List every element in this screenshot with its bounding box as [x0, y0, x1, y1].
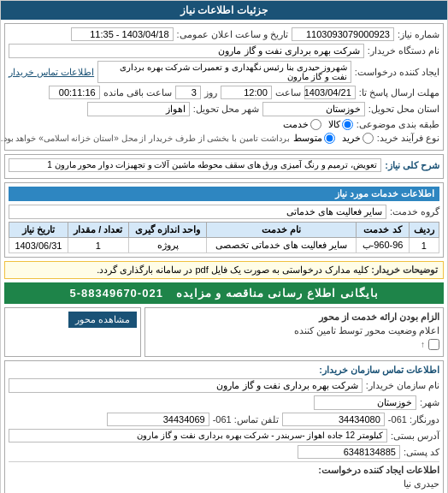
tender-number-row: شماره نیاز: 1103093079000923 تاریخ و ساع… [9, 27, 439, 41]
requester-full-label: ایجاد کننده درخواست: [355, 67, 439, 78]
requester-value: شرکت بهره برداری نفت و گاز مارون [9, 44, 364, 58]
contact-address-value: کیلومتر 12 جاده اهواز -سربندر - شرکت بهر… [9, 429, 387, 443]
requester-full-row: ایجاد کننده درخواست: شهروز حیدری بنا رئی… [9, 61, 439, 83]
supply-form: الزام بودن ارائه خدمت از محور اعلام وضعی… [144, 307, 444, 357]
view-supply-section: مشاهده محور [4, 307, 141, 357]
bottom-section: الزام بودن ارائه خدمت از محور اعلام وضعی… [4, 307, 444, 357]
type-option-khadamat-label: خدمت [283, 119, 309, 130]
type-radio-group: کالا خدمت [283, 119, 353, 130]
contact-address-label: آدرس بستی: [391, 431, 439, 442]
send-hours-value: 00:11:16 [49, 86, 100, 99]
send-date-value: 1403/04/21 [304, 86, 356, 99]
send-date-row: مهلت ارسال پاسخ تا: 1403/04/21 ساعت 12:0… [9, 86, 439, 99]
phone-number: 021-88349670-5 [69, 287, 162, 300]
tender-number-value: 1103093079000923 [292, 27, 394, 41]
cell-row: 1 [409, 238, 439, 253]
province-label: استان محل تحویل: [368, 104, 439, 115]
type-option-kala[interactable]: کالا [328, 119, 353, 130]
send-date-label: مهلت ارسال پاسخ تا: [359, 87, 439, 98]
send-time-label: ساعت [275, 87, 301, 98]
contact-divider [9, 461, 439, 462]
type-row: طبقه بندی موضوعی: کالا خدمت [9, 119, 439, 130]
cell-unit: پروژه [128, 238, 206, 253]
group-value: سایر فعالیت های خدماتی [9, 205, 386, 219]
type-option-kala-label: کالا [328, 119, 340, 130]
contact-requester-row: اطلاعات ایجاد کننده درخواست: [9, 465, 439, 476]
type-label: طبقه بندی موضوعی: [357, 119, 439, 130]
contact-city-label: شهر: [420, 397, 439, 408]
contact-address-row: آدرس بستی: کیلومتر 12 جاده اهواز -سربندر… [9, 429, 439, 443]
requester-full-value: شهروز حیدری بنا رئیس نگهداری و تعمیرات ش… [97, 61, 351, 83]
page-header: جزئیات اطلاعات نیاز [1, 1, 447, 20]
contact-tel-value: 34434069 [107, 413, 209, 426]
cell-name: سایر فعالیت های خدماتی تخصصی [207, 238, 357, 253]
send-time-value: 12:00 [221, 86, 272, 99]
purchase-type-label: نوع فرآیند خرید: [377, 133, 439, 144]
col-qty: تعداد / مقدار [68, 223, 128, 238]
purchase-option-khrid-label: خرید [342, 133, 361, 144]
note-bar: توضیحات خریدار: کلیه مدارک درخواستی به ص… [4, 261, 444, 279]
subject-row: شرح کلی نیاز: تعویض، ترمیم و رنگ آمیزی و… [9, 158, 439, 172]
supply-checkbox-row: ↑ [149, 339, 439, 350]
group-label: گروه خدمت: [390, 206, 439, 217]
note-label: توضیحات خریدار: [371, 264, 438, 275]
requester-row: نام دستگاه خریدار: شرکت بهره برداری نفت … [9, 44, 439, 58]
type-radio-khadamat[interactable] [310, 119, 321, 130]
purchase-radio-motawaset[interactable] [324, 133, 335, 144]
services-section: اطلاعات خدمات مورد نیاز گروه خدمت: سایر … [4, 182, 444, 258]
supply-title: الزام بودن ارائه خدمت از محور [319, 312, 439, 323]
view-supply-button[interactable]: مشاهده محور [68, 312, 137, 328]
contact-postal-label: دورنگار: 061- [388, 414, 439, 425]
main-container: جزئیات اطلاعات نیاز شماره نیاز: 11030930… [0, 0, 448, 493]
subject-section: شرح کلی نیاز: تعویض، ترمیم و رنگ آمیزی و… [4, 154, 444, 179]
send-days-label: روز [204, 87, 217, 98]
purchase-type-radio-group: خرید متوسط [293, 133, 374, 144]
contact-title: اطلاعات تماس سازمان خریدار: [9, 365, 439, 376]
contact-info-link[interactable]: اطلاعات تماس خریدار [9, 67, 94, 78]
contact-fax-row: کد پستی: 6348134885 [9, 445, 439, 459]
contact-company-row: نام سازمان خریدار: شرکت بهره برداری نفت … [9, 378, 439, 393]
contact-company-value: شرکت بهره برداری نفت و گاز مارون [9, 378, 363, 393]
tender-number-label: شماره نیاز: [398, 29, 439, 40]
requester-label: نام دستگاه خریدار: [368, 45, 439, 56]
purchase-option-motawaset-label: متوسط [293, 133, 322, 144]
contact-fax-value: 6348134885 [298, 445, 400, 459]
send-days-value: 3 [175, 86, 201, 99]
col-name: نام خدمت [207, 223, 357, 238]
city-value: اهواز [87, 102, 190, 116]
green-bar: بایگانی اطلاع رسانی مناقصه و مزایده 021-… [4, 282, 444, 304]
contact-city-value: خوزستان [314, 395, 416, 410]
contact-city-row: شهر: خوزستان [9, 395, 439, 410]
contact-requester-name: حیدری نیا [404, 478, 439, 490]
purchase-note: برداشت تامین با بخشی از طرف خریدار از مح… [1, 134, 290, 143]
supply-checkbox-label: ↑ [421, 340, 425, 349]
type-radio-kala[interactable] [342, 119, 353, 130]
group-row: گروه خدمت: سایر فعالیت های خدماتی [9, 205, 439, 219]
send-hours-label: ساعت باقی مانده [103, 87, 172, 98]
purchase-option-motawaset[interactable]: متوسط [293, 133, 335, 144]
contact-postal-row: دورنگار: 061- 34434080 تلفن تماس: 061- 3… [9, 413, 439, 426]
cell-quantity: 1 [68, 238, 128, 253]
supply-checkbox[interactable] [428, 339, 439, 350]
supply-title-row: الزام بودن ارائه خدمت از محور [149, 312, 439, 323]
contact-tel-label: تلفن تماس: 061- [213, 414, 279, 425]
cell-code: 960-96-ب [357, 238, 409, 253]
col-code: کد خدمت [357, 223, 409, 238]
page-title: جزئیات اطلاعات نیاز [180, 4, 268, 16]
col-row: ردیف [409, 223, 439, 238]
subject-section-title: شرح کلی نیاز: [385, 160, 439, 171]
top-info-section: شماره نیاز: 1103093079000923 تاریخ و ساع… [4, 23, 444, 151]
supply-label-row: اعلام وضعیت محور توسط تامین کننده [149, 325, 439, 336]
supply-label: اعلام وضعیت محور توسط تامین کننده [294, 325, 439, 336]
tender-date-value: 1403/04/18 - 11:35 [71, 27, 174, 41]
type-option-khadamat[interactable]: خدمت [283, 119, 321, 130]
note-value: کلیه مدارک درخواستی به صورت یک فایل pdf … [97, 264, 368, 275]
table-row: 1960-96-بسایر فعالیت های خدماتی تخصصیپرو… [9, 238, 439, 253]
purchase-option-khrid[interactable]: خرید [342, 133, 374, 144]
purchase-type-row: نوع فرآیند خرید: خرید متوسط برداشت تامین… [9, 133, 439, 144]
purchase-radio-khrid[interactable] [363, 133, 374, 144]
contact-section: اطلاعات تماس سازمان خریدار: نام سازمان خ… [4, 360, 444, 493]
contact-requester-name-row: حیدری نیا [9, 478, 439, 490]
contact-postal-value: 34434080 [282, 413, 385, 426]
green-bar-text: بایگانی اطلاع رسانی مناقصه و مزایده [176, 287, 379, 300]
